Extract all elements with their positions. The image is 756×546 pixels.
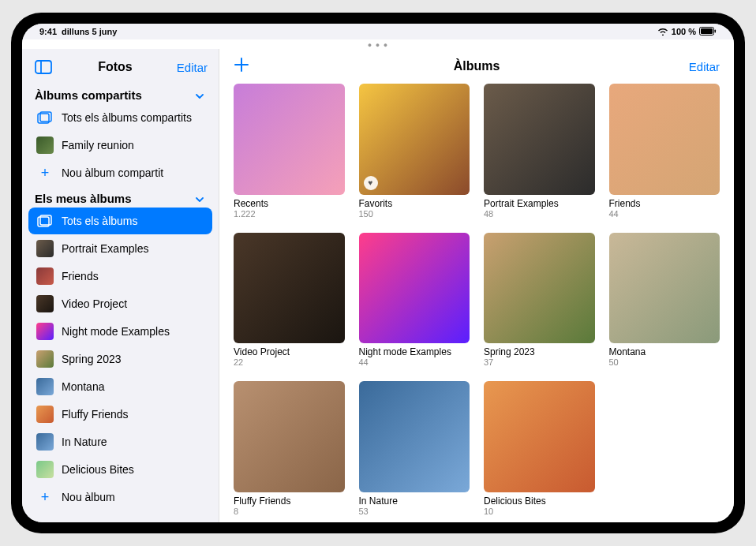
- sidebar-toggle-button[interactable]: [33, 58, 54, 76]
- status-bar: 9:41 dilluns 5 juny 100 %: [22, 24, 734, 39]
- album-cover: [484, 381, 595, 492]
- album-cover: [484, 233, 595, 344]
- sidebar-edit-button[interactable]: Editar: [177, 61, 208, 74]
- album-name: Montana: [609, 346, 720, 357]
- svg-rect-2: [715, 29, 717, 32]
- chevron-down-icon: [195, 193, 206, 204]
- status-date: dilluns 5 juny: [62, 27, 117, 36]
- album-count: 1.222: [234, 209, 345, 219]
- main-panel: Àlbums Editar Recents1.222♥Favorits150Po…: [219, 49, 734, 522]
- sidebar-item-label: Nou àlbum: [62, 491, 115, 503]
- album-cover: [609, 84, 720, 195]
- sidebar-item-label: Portrait Examples: [62, 242, 148, 255]
- sidebar-title: Fotos: [98, 60, 133, 74]
- sidebar-item-label: Montana: [62, 380, 104, 393]
- sidebar-item-label: Video Project: [62, 297, 127, 310]
- sidebar-item-thumbnail: [36, 240, 54, 257]
- main-title: Àlbums: [454, 59, 500, 73]
- albums-icon: [36, 212, 54, 230]
- album[interactable]: Video Project22: [234, 233, 345, 368]
- main-header: Àlbums Editar: [219, 49, 734, 84]
- album-count: 22: [234, 357, 345, 367]
- album-count: 37: [484, 357, 595, 367]
- sidebar-item-thumbnail: [36, 378, 54, 395]
- sidebar-item[interactable]: +Nou àlbum compartit: [28, 159, 212, 186]
- screen: 9:41 dilluns 5 juny 100 % ● ● ●: [22, 24, 734, 522]
- sidebar-section-header[interactable]: Els meus àlbums: [28, 187, 212, 207]
- multitasking-dots-icon[interactable]: ● ● ●: [22, 39, 734, 49]
- chevron-down-icon: [195, 90, 206, 101]
- sidebar-item-label: Friends: [62, 270, 99, 282]
- status-time: 9:41: [39, 27, 57, 36]
- album-name: Favorits: [359, 198, 470, 209]
- album-cover: [359, 233, 470, 344]
- battery-percent: 100 %: [672, 27, 696, 36]
- main-edit-button[interactable]: Editar: [689, 60, 720, 73]
- sidebar-item[interactable]: Portrait Examples: [28, 235, 212, 262]
- album[interactable]: Portrait Examples48: [484, 84, 595, 219]
- album[interactable]: Fluffy Friends8: [234, 381, 345, 516]
- album[interactable]: Night mode Examples44: [359, 233, 470, 368]
- album-count: 44: [359, 357, 470, 367]
- album[interactable]: Friends44: [609, 84, 720, 219]
- sidebar-item[interactable]: Montana: [28, 373, 212, 400]
- album-name: Spring 2023: [484, 346, 595, 357]
- sidebar-item[interactable]: Tots els àlbums compartits: [28, 104, 212, 131]
- sidebar-item[interactable]: In Nature: [28, 428, 212, 455]
- favorite-heart-icon: ♥: [364, 176, 378, 190]
- sidebar-item-label: In Nature: [62, 436, 107, 448]
- album[interactable]: Delicious Bites10: [484, 381, 595, 516]
- album-cover: [484, 84, 595, 195]
- album-count: 53: [359, 507, 470, 516]
- sidebar-item-label: Fluffy Friends: [62, 408, 129, 421]
- sidebar-item[interactable]: Spring 2023: [28, 346, 212, 372]
- album-count: 10: [484, 507, 595, 516]
- sidebar-item-label: Spring 2023: [62, 353, 122, 365]
- sidebar-item[interactable]: Tots els àlbums: [28, 208, 212, 234]
- album-count: 48: [484, 209, 595, 219]
- album-name: Delicious Bites: [484, 496, 595, 507]
- album[interactable]: Spring 202337: [484, 233, 595, 368]
- album-name: Fluffy Friends: [234, 496, 345, 507]
- album-count: 50: [609, 357, 720, 367]
- album-name: Recents: [234, 198, 345, 209]
- sidebar-item-thumbnail: [36, 136, 54, 154]
- sidebar-item-thumbnail: [36, 433, 54, 451]
- sidebar-item-thumbnail: [36, 267, 54, 285]
- sidebar-item[interactable]: Family reunion: [28, 132, 212, 159]
- sidebar-item[interactable]: Delicious Bites: [28, 456, 212, 483]
- album-name: Video Project: [234, 346, 345, 357]
- sidebar-item[interactable]: Night mode Examples: [28, 318, 212, 345]
- sidebar-section-title: Àlbums compartits: [35, 88, 142, 102]
- album-count: 8: [234, 507, 345, 516]
- sidebar-item[interactable]: Fluffy Friends: [28, 401, 212, 428]
- sidebar-item-thumbnail: [36, 295, 54, 312]
- photos-app: Fotos Editar Àlbums compartitsTots els à…: [22, 49, 734, 522]
- sidebar-section-header[interactable]: Àlbums compartits: [28, 84, 212, 103]
- battery-icon: [699, 27, 717, 37]
- album[interactable]: Recents1.222: [234, 84, 345, 219]
- sidebar-item[interactable]: +Nou àlbum: [28, 484, 212, 510]
- sidebar-item-label: Family reunion: [62, 139, 134, 151]
- sidebar-item-label: Tots els àlbums compartits: [62, 111, 192, 124]
- album-name: Friends: [609, 198, 720, 209]
- album-count: 150: [359, 209, 470, 219]
- sidebar-item-thumbnail: [36, 406, 54, 423]
- album[interactable]: ♥Favorits150: [359, 84, 470, 219]
- shared-albums-icon: [36, 109, 54, 126]
- sidebar-item-thumbnail: [36, 350, 54, 368]
- svg-rect-1: [701, 28, 713, 34]
- sidebar-item[interactable]: Video Project: [28, 290, 212, 317]
- album[interactable]: In Nature53: [359, 381, 470, 516]
- sidebar-list[interactable]: Àlbums compartitsTots els àlbums compart…: [22, 84, 219, 522]
- album[interactable]: Montana50: [609, 233, 720, 368]
- sidebar-item-label: Nou àlbum compartit: [62, 166, 163, 179]
- wifi-icon: [657, 27, 668, 37]
- plus-icon: +: [36, 488, 54, 506]
- album-cover: ♥: [359, 84, 470, 195]
- sidebar-item-label: Delicious Bites: [62, 463, 134, 476]
- sidebar-item-label: Night mode Examples: [62, 325, 170, 338]
- add-album-button[interactable]: [234, 55, 249, 77]
- sidebar-item[interactable]: Friends: [28, 263, 212, 290]
- album-grid[interactable]: Recents1.222♥Favorits150Portrait Example…: [219, 84, 734, 522]
